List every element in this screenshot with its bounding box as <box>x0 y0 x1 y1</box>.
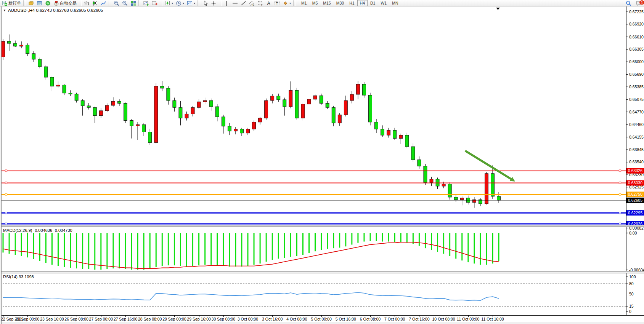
bull-candle[interactable] <box>430 179 433 183</box>
bear-candle[interactable] <box>38 59 42 67</box>
chart-collapse-icon[interactable]: ▼ <box>3 9 6 12</box>
rsi-indicator-pane[interactable]: 1008050150 <box>0 273 644 315</box>
new-chart-button[interactable] <box>142 0 150 6</box>
macd-indicator-pane[interactable]: 0.000820.00-0.006044 <box>0 227 644 271</box>
bear-candle[interactable] <box>87 106 90 107</box>
text-button[interactable]: A <box>265 0 273 6</box>
chevron-down-icon[interactable]: ▾ <box>194 2 195 5</box>
auto-trading-button[interactable]: 自动交易 <box>52 0 78 6</box>
bar-chart-button[interactable] <box>83 0 91 6</box>
line-chart-button[interactable] <box>100 0 108 6</box>
bear-candle[interactable] <box>130 121 133 126</box>
bull-candle[interactable] <box>191 107 194 114</box>
bull-candle[interactable] <box>252 122 256 129</box>
line-handle[interactable] <box>619 212 621 214</box>
bull-candle[interactable] <box>111 101 115 105</box>
bull-candle[interactable] <box>246 129 250 133</box>
timeframe-M5[interactable]: M5 <box>310 0 321 6</box>
chevron-down-icon[interactable]: ▾ <box>289 2 291 5</box>
bear-candle[interactable] <box>295 90 299 118</box>
bear-candle[interactable] <box>44 67 48 77</box>
bull-candle[interactable] <box>399 135 403 139</box>
timeframe-H1[interactable]: H1 <box>347 0 357 6</box>
bear-candle[interactable] <box>173 101 176 107</box>
bull-candle[interactable] <box>387 130 390 135</box>
line-handle[interactable] <box>619 170 621 172</box>
bear-candle[interactable] <box>405 135 409 147</box>
bear-candle[interactable] <box>418 160 421 166</box>
timeframe-M15[interactable]: M15 <box>320 0 333 6</box>
bull-candle[interactable] <box>289 90 292 107</box>
horizontal-line-button[interactable] <box>231 0 239 6</box>
bear-candle[interactable] <box>332 107 335 123</box>
bull-candle[interactable] <box>460 198 464 200</box>
bear-candle[interactable] <box>32 54 35 59</box>
bear-candle[interactable] <box>142 124 146 132</box>
bear-candle[interactable] <box>381 129 384 135</box>
bear-candle[interactable] <box>277 96 280 100</box>
bull-candle[interactable] <box>265 101 268 118</box>
line-handle[interactable] <box>5 182 7 184</box>
bear-candle[interactable] <box>179 107 182 118</box>
timeframe-D1[interactable]: D1 <box>368 0 378 6</box>
equidistant-channel-button[interactable]: E <box>248 0 256 6</box>
chevron-down-icon[interactable]: ▾ <box>183 2 184 5</box>
zoom-in-button[interactable] <box>112 0 120 6</box>
bear-candle[interactable] <box>81 101 84 106</box>
bull-candle[interactable] <box>338 115 341 123</box>
bear-candle[interactable] <box>491 174 495 196</box>
bull-candle[interactable] <box>203 101 207 102</box>
bull-candle[interactable] <box>2 41 5 57</box>
bull-candle[interactable] <box>313 96 317 99</box>
bear-candle[interactable] <box>161 86 164 88</box>
search-button[interactable] <box>625 0 633 6</box>
bear-candle[interactable] <box>362 84 366 95</box>
bear-candle[interactable] <box>222 117 225 126</box>
bear-candle[interactable] <box>215 107 219 117</box>
bear-candle[interactable] <box>393 130 397 138</box>
bear-candle[interactable] <box>8 41 11 43</box>
bear-candle[interactable] <box>411 147 415 160</box>
bear-candle[interactable] <box>14 43 17 46</box>
bull-candle[interactable] <box>185 114 188 118</box>
bear-candle[interactable] <box>69 93 72 94</box>
timeframe-M1[interactable]: M1 <box>299 0 310 6</box>
chart-profile-button[interactable] <box>27 0 35 6</box>
bull-candle[interactable] <box>197 102 201 107</box>
bear-candle[interactable] <box>124 104 127 121</box>
bull-candle[interactable] <box>20 45 23 46</box>
chart-shift-button[interactable] <box>151 0 159 6</box>
line-handle[interactable] <box>5 212 7 214</box>
new-order-button[interactable]: 新订单 <box>1 0 22 6</box>
bear-candle[interactable] <box>167 88 170 101</box>
bear-candle[interactable] <box>320 96 323 103</box>
bear-candle[interactable] <box>50 77 54 86</box>
bear-candle[interactable] <box>369 95 372 122</box>
bull-candle[interactable] <box>350 94 353 101</box>
bear-candle[interactable] <box>454 197 458 200</box>
navigator-button[interactable] <box>44 0 52 6</box>
bull-candle[interactable] <box>271 96 274 101</box>
price-chart-pane[interactable]: 0.672250.669200.666100.663050.660000.656… <box>0 6 644 227</box>
bear-candle[interactable] <box>63 85 66 93</box>
line-handle[interactable] <box>5 193 7 195</box>
bear-candle[interactable] <box>228 126 231 131</box>
time-axis[interactable]: 22 Sep 202223 Sep 00:0023 Sep 16:0026 Se… <box>0 315 644 322</box>
vertical-line-button[interactable] <box>223 0 231 6</box>
bear-candle[interactable] <box>209 101 213 107</box>
line-handle[interactable] <box>619 182 621 184</box>
bull-candle[interactable] <box>307 99 311 104</box>
bear-candle[interactable] <box>240 129 243 133</box>
trendline-button[interactable] <box>239 0 247 6</box>
line-handle[interactable] <box>5 170 7 172</box>
bear-candle[interactable] <box>148 132 152 142</box>
templates-button[interactable]: ▾ <box>186 0 196 6</box>
bear-candle[interactable] <box>375 122 378 129</box>
bear-candle[interactable] <box>93 107 96 115</box>
text-label-button[interactable]: T <box>273 0 281 6</box>
fibonacci-button[interactable]: F <box>256 0 264 6</box>
chart-window[interactable]: ▼ AUDUSD-,H4 0.62743 0.62768 0.62605 0.6… <box>0 6 644 324</box>
chart-shift-marker[interactable] <box>496 8 500 10</box>
chat-button[interactable]: 1 <box>635 0 643 6</box>
bull-candle[interactable] <box>99 111 103 116</box>
